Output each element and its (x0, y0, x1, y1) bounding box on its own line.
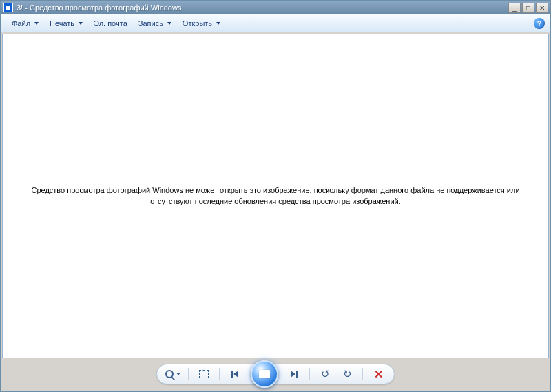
minimize-icon: _ (512, 4, 517, 12)
zoom-button[interactable] (164, 367, 182, 382)
rotate-ccw-button[interactable]: ↺ (316, 367, 334, 382)
menu-bar: Файл Печать Эл. почта Запись Открыть ? (1, 14, 550, 32)
menu-open[interactable]: Открыть (177, 17, 226, 30)
triangle-left-icon (233, 371, 238, 378)
menu-file-label: Файл (12, 19, 30, 28)
chevron-down-icon (79, 22, 83, 25)
minimize-button[interactable]: _ (508, 3, 521, 13)
title-bar: 3! - Средство просмотра фотографий Windo… (1, 1, 550, 14)
delete-icon: ✕ (374, 368, 383, 381)
rotate-ccw-icon: ↺ (321, 368, 330, 380)
viewer-area: Средство просмотра фотографий Windows не… (2, 34, 549, 358)
control-strip: ↺ ↻ ✕ (156, 364, 395, 384)
chevron-down-icon (176, 373, 180, 375)
content: Средство просмотра фотографий Windows не… (1, 32, 550, 391)
menu-print[interactable]: Печать (44, 17, 88, 30)
bar-icon (231, 371, 233, 378)
maximize-icon: □ (526, 4, 530, 12)
error-message: Средство просмотра фотографий Windows не… (21, 185, 530, 207)
menu-email-label: Эл. почта (94, 19, 127, 28)
rotate-cw-button[interactable]: ↻ (338, 367, 356, 382)
magnifier-icon (165, 370, 174, 378)
triangle-right-icon (291, 371, 295, 378)
fit-icon (199, 370, 209, 378)
separator (362, 368, 363, 380)
delete-button[interactable]: ✕ (369, 367, 387, 382)
slideshow-icon (259, 370, 270, 378)
separator (309, 368, 310, 380)
bar-icon (296, 371, 298, 378)
actual-size-button[interactable] (195, 367, 213, 382)
chevron-down-icon (34, 22, 39, 25)
photo-viewer-window: 3! - Средство просмотра фотографий Windo… (0, 0, 551, 392)
close-icon: ✕ (539, 4, 545, 12)
window-controls: _ □ ✕ (508, 3, 548, 13)
close-button[interactable]: ✕ (536, 3, 548, 13)
menu-burn[interactable]: Запись (133, 17, 177, 30)
separator (188, 368, 189, 380)
menu-open-label: Открыть (183, 19, 212, 28)
menu-file[interactable]: Файл (6, 17, 44, 30)
menu-burn-label: Запись (138, 19, 163, 28)
chevron-down-icon (216, 22, 220, 25)
maximize-button[interactable]: □ (522, 3, 534, 13)
menu-email[interactable]: Эл. почта (88, 17, 133, 30)
next-button[interactable] (285, 367, 303, 382)
rotate-cw-icon: ↻ (343, 368, 352, 380)
help-icon: ? (537, 19, 542, 28)
window-title: 3! - Средство просмотра фотографий Windo… (17, 3, 181, 12)
menu-print-label: Печать (50, 19, 74, 28)
app-icon (3, 3, 13, 12)
help-button[interactable]: ? (534, 18, 545, 29)
separator (219, 368, 220, 380)
slideshow-button[interactable] (251, 360, 278, 388)
chevron-down-icon (167, 22, 171, 25)
bottom-toolbar: ↺ ↻ ✕ (2, 358, 549, 390)
previous-button[interactable] (226, 367, 244, 382)
